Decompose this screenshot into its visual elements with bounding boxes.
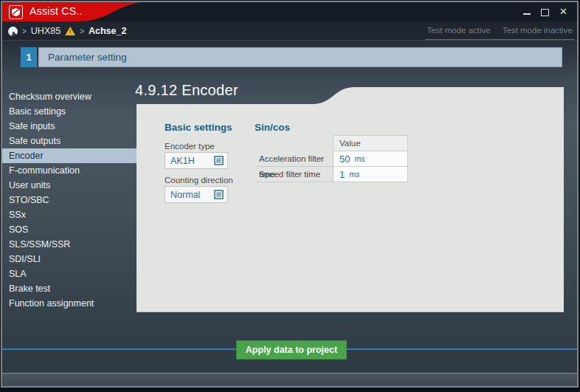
app-title: Assist CS.. (30, 1, 83, 21)
sidebar-item-safe-inputs[interactable]: Safe inputs (1, 119, 137, 134)
sidebar-item-safe-outputs[interactable]: Safe outputs (1, 134, 137, 148)
sidebar-item-brake-test[interactable]: Brake test (1, 281, 137, 296)
table-row: Speed filter time 1 ms (256, 167, 408, 182)
breadcrumb: > UHX85 ! > Achse_2 (8, 21, 126, 41)
main-area: 1 Parameter setting Checksum overview Ba… (1, 41, 579, 373)
minimize-button[interactable] (522, 7, 531, 16)
speed-filter-time-field[interactable]: 1 ms (333, 167, 408, 182)
acceleration-filter-time-field[interactable]: 50 ms (333, 151, 408, 167)
speed-filter-time-unit: ms (349, 170, 359, 179)
table-header-row: Value (256, 135, 408, 151)
step-parameter-setting-bar[interactable]: Parameter setting (38, 47, 562, 67)
sidebar-item-sto-sbc[interactable]: STO/SBC (1, 193, 137, 207)
speed-filter-time-value: 1 (339, 169, 345, 180)
encoder-type-value: AK1H (170, 156, 195, 166)
breadcrumb-device[interactable]: UHX85 (31, 26, 61, 36)
close-button[interactable]: ✕ (559, 7, 568, 16)
project-scope-icon (8, 27, 18, 36)
dropdown-list-icon[interactable] (214, 156, 224, 165)
sincos-heading: Sin/cos (255, 122, 290, 133)
table-row: Acceleration filter time 50 ms (256, 151, 408, 167)
sidebar-item-user-units[interactable]: User units (1, 178, 137, 193)
counting-direction-dropdown[interactable]: Normal (165, 186, 228, 203)
window-controls: ✕ (522, 1, 568, 21)
acceleration-filter-time-label: Acceleration filter time (256, 151, 333, 167)
sidebar-item-function-assignment[interactable]: Function assignment (1, 296, 137, 311)
step-label: Parameter setting (48, 52, 127, 63)
basic-settings-heading: Basic settings (165, 122, 232, 133)
breadcrumb-chevron-icon: > (80, 27, 84, 35)
sidebar-item-sos[interactable]: SOS (1, 222, 137, 237)
sidebar-item-f-communication[interactable]: F-communication (1, 163, 137, 178)
sidebar-item-sla[interactable]: SLA (1, 267, 137, 281)
sidebar-item-sls-ssm-ssr[interactable]: SLS/SSM/SSR (1, 237, 137, 252)
application-window: Assist CS.. ✕ > UHX85 ! > Achse_2 Test m… (0, 0, 580, 392)
breadcrumb-chevron-icon: > (22, 27, 27, 35)
test-mode-active-link[interactable]: Test mode active (427, 26, 490, 35)
counting-direction-label: Counting direction (165, 176, 233, 185)
sidebar-item-checksum-overview[interactable]: Checksum overview (1, 89, 137, 104)
sidebar-nav: Checksum overview Basic settings Safe in… (1, 89, 137, 311)
warning-icon: ! (65, 27, 75, 35)
sidebar-item-ssx[interactable]: SSx (1, 207, 137, 222)
counting-direction-value: Normal (170, 190, 200, 200)
maximize-button[interactable] (540, 7, 550, 16)
table-header-spacer (256, 135, 333, 151)
breadcrumb-axis[interactable]: Achse_2 (89, 26, 126, 36)
test-mode-links: Test mode active Test mode inactive (425, 21, 574, 40)
encoder-type-label: Encoder type (165, 142, 215, 151)
dropdown-list-icon[interactable] (214, 190, 224, 199)
encoder-panel: Basic settings Encoder type AK1H Countin… (137, 104, 564, 312)
safety-shield-logo-icon (9, 5, 23, 19)
breadcrumb-bar: > UHX85 ! > Achse_2 Test mode active Tes… (1, 21, 579, 41)
acceleration-filter-time-unit: ms (354, 154, 365, 163)
page-title: 4.9.12 Encoder (135, 82, 238, 99)
speed-filter-time-label: Speed filter time (256, 167, 333, 182)
apply-data-button[interactable]: Apply data to project (236, 340, 347, 360)
test-mode-inactive-link[interactable]: Test mode inactive (503, 26, 573, 35)
sidebar-item-basic-settings[interactable]: Basic settings (1, 104, 137, 119)
value-column-header: Value (333, 135, 408, 151)
sincos-table: Value Acceleration filter time 50 ms Spe… (256, 135, 408, 182)
encoder-type-dropdown[interactable]: AK1H (165, 152, 228, 169)
title-bar: Assist CS.. ✕ (1, 1, 579, 21)
status-bar (1, 373, 578, 387)
acceleration-filter-time-value: 50 (339, 154, 350, 165)
sidebar-item-encoder[interactable]: Encoder (1, 148, 137, 163)
step-number-badge: 1 (21, 47, 37, 67)
sidebar-item-sdi-sli[interactable]: SDI/SLI (1, 252, 137, 267)
